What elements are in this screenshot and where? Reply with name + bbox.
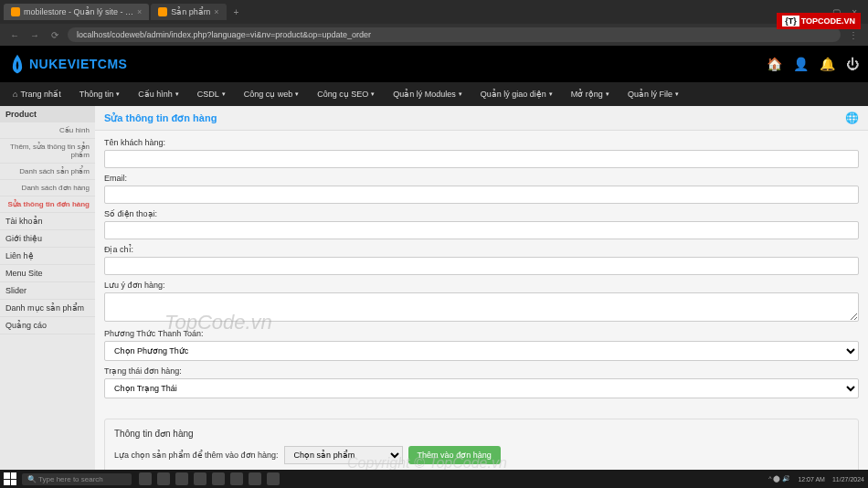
cms-logo[interactable]: NUKEVIETCMS (9, 53, 127, 75)
label-status: Trạng thái đơn hàng: (104, 366, 859, 376)
taskbar-search[interactable]: 🔍 Type here to search (22, 473, 132, 485)
nav-modules[interactable]: Quản lý Modules▾ (384, 82, 471, 106)
label-payment: Phương Thức Thanh Toán: (104, 329, 859, 338)
sidebar-head: Product (0, 106, 95, 122)
tray-date[interactable]: 11/27/2024 (832, 476, 864, 483)
tray-icons[interactable]: ^ ⬤ 🔊 (768, 475, 790, 483)
order-add-row: Lựa chọn sản phẩm để thêm vào đơn hàng: … (114, 446, 849, 464)
sidebar-category[interactable]: Danh mục sản phẩm (0, 300, 95, 317)
add-button[interactable]: Thêm vào đơn hàng (408, 446, 501, 464)
url-input[interactable]: localhost/codeweb/admin/index.php?langua… (68, 27, 841, 42)
power-icon[interactable]: ⏻ (846, 57, 859, 71)
input-address[interactable] (104, 257, 859, 275)
input-phone[interactable] (104, 221, 859, 239)
caret-icon: ▾ (606, 90, 609, 98)
input-email[interactable] (104, 186, 859, 204)
nav-home[interactable]: ⌂Trang nhất (4, 82, 70, 106)
topcode-logo: {T}TOPCODE.VN (777, 13, 861, 29)
caret-icon: ▾ (295, 90, 299, 98)
sidebar-item-edit-product[interactable]: Thêm, sửa thông tin sản phẩm (0, 139, 95, 164)
sidebar-slider[interactable]: Slider (0, 282, 95, 300)
address-bar: ← → ⟳ localhost/codeweb/admin/index.php?… (0, 24, 868, 46)
url-text: localhost/codeweb/admin/index.php?langua… (77, 30, 371, 39)
tab-close-icon[interactable]: × (214, 7, 218, 16)
label-address: Địa chỉ: (104, 245, 859, 254)
form-area: Tên khách hàng: Email: Số điện thoại: Đị… (95, 131, 868, 411)
forward-icon[interactable]: → (27, 30, 42, 40)
label-phone: Số điện thoại: (104, 209, 859, 218)
order-select-label: Lựa chọn sản phẩm để thêm vào đơn hàng: (114, 451, 279, 460)
caret-icon: ▾ (675, 90, 679, 98)
tab-title: mobilestore - Quản lý site - … (24, 7, 133, 16)
task-icons (139, 472, 280, 485)
caret-icon: ▾ (549, 90, 553, 98)
caret-icon: ▾ (116, 90, 120, 98)
nav-db[interactable]: CSDL▾ (188, 82, 235, 106)
menu-icon[interactable]: ⋮ (846, 30, 861, 40)
flame-icon (9, 53, 26, 75)
nav-seo[interactable]: Công cụ SEO▾ (308, 82, 384, 106)
select-status[interactable]: Chọn Trạng Thái (104, 378, 859, 398)
sidebar-item-edit-order[interactable]: Sửa thông tin đơn hàng (0, 196, 95, 213)
sidebar-item-product-list[interactable]: Danh sách sản phẩm (0, 164, 95, 180)
bell-icon[interactable]: 🔔 (820, 57, 835, 71)
header-icons: 🏠 👤 🔔 ⏻ (767, 57, 859, 71)
cms-logo-text: NUKEVIETCMS (29, 57, 127, 71)
sidebar-item-config[interactable]: Cấu hình (0, 122, 95, 139)
globe-icon[interactable]: 🌐 (845, 111, 859, 124)
label-note: Lưu ý đơn hàng: (104, 281, 859, 290)
reload-icon[interactable]: ⟳ (48, 30, 62, 40)
sidebar-item-order-list[interactable]: Danh sách đơn hàng (0, 180, 95, 196)
sidebar: Product Cấu hình Thêm, sửa thông tin sản… (0, 106, 95, 488)
task-icon[interactable] (212, 472, 225, 485)
page-head: Sửa thông tin đơn hàng 🌐 (95, 106, 868, 131)
sidebar-menu[interactable]: Menu Site (0, 265, 95, 282)
sidebar-ads[interactable]: Quảng cáo (0, 317, 95, 334)
new-tab-button[interactable]: + (228, 7, 245, 17)
task-icon[interactable] (157, 472, 170, 485)
input-note[interactable] (104, 292, 859, 322)
label-customer: Tên khách hàng: (104, 138, 859, 147)
caret-icon: ▾ (459, 90, 462, 98)
content-area: Product Cấu hình Thêm, sửa thông tin sản… (0, 106, 868, 488)
nav-webtools[interactable]: Công cụ web▾ (235, 82, 309, 106)
select-product[interactable]: Chọn sản phẩm (284, 446, 403, 464)
task-icon[interactable] (139, 472, 152, 485)
caret-icon: ▾ (371, 90, 375, 98)
sidebar-account[interactable]: Tài khoản (0, 213, 95, 230)
sidebar-contact[interactable]: Liên hệ (0, 248, 95, 265)
nav-info[interactable]: Thông tin▾ (70, 82, 130, 106)
nav-config[interactable]: Cấu hình▾ (129, 82, 188, 106)
start-button[interactable] (4, 472, 16, 485)
home-icon[interactable]: 🏠 (767, 57, 782, 71)
task-icon[interactable] (267, 472, 280, 485)
cms-header: NUKEVIETCMS 🏠 👤 🔔 ⏻ (0, 46, 868, 82)
tray-time[interactable]: 12:07 AM (798, 476, 825, 483)
nav-file[interactable]: Quản lý File▾ (619, 82, 688, 106)
nav-ext[interactable]: Mở rộng▾ (562, 82, 619, 106)
tab-favicon (11, 7, 20, 16)
browser-tab[interactable]: mobilestore - Quản lý site - … × (4, 4, 149, 20)
main-nav: ⌂Trang nhất Thông tin▾ Cấu hình▾ CSDL▾ C… (0, 82, 868, 106)
system-tray: ^ ⬤ 🔊 12:07 AM 11/27/2024 (768, 475, 864, 483)
task-icon[interactable] (194, 472, 206, 485)
sidebar-about[interactable]: Giới thiệu (0, 230, 95, 248)
user-icon[interactable]: 👤 (793, 57, 809, 71)
task-icon[interactable] (175, 472, 188, 485)
taskbar: 🔍 Type here to search ^ ⬤ 🔊 12:07 AM 11/… (0, 470, 868, 488)
nav-theme[interactable]: Quản lý giao diện▾ (471, 82, 562, 106)
select-payment[interactable]: Chọn Phương Thức (104, 341, 859, 361)
task-icon[interactable] (249, 472, 261, 485)
order-title: Thông tin đơn hàng (114, 429, 849, 439)
caret-icon: ▾ (175, 90, 179, 98)
label-email: Email: (104, 174, 859, 183)
task-icon[interactable] (230, 472, 243, 485)
browser-tab-bar: mobilestore - Quản lý site - … × Sản phẩ… (0, 0, 868, 24)
input-customer[interactable] (104, 150, 859, 168)
caret-icon: ▾ (222, 90, 226, 98)
browser-tab[interactable]: Sản phẩm × (151, 4, 226, 20)
page-title: Sửa thông tin đơn hàng (104, 112, 217, 124)
back-icon[interactable]: ← (7, 30, 22, 40)
home-icon: ⌂ (13, 90, 17, 99)
tab-close-icon[interactable]: × (137, 7, 142, 16)
